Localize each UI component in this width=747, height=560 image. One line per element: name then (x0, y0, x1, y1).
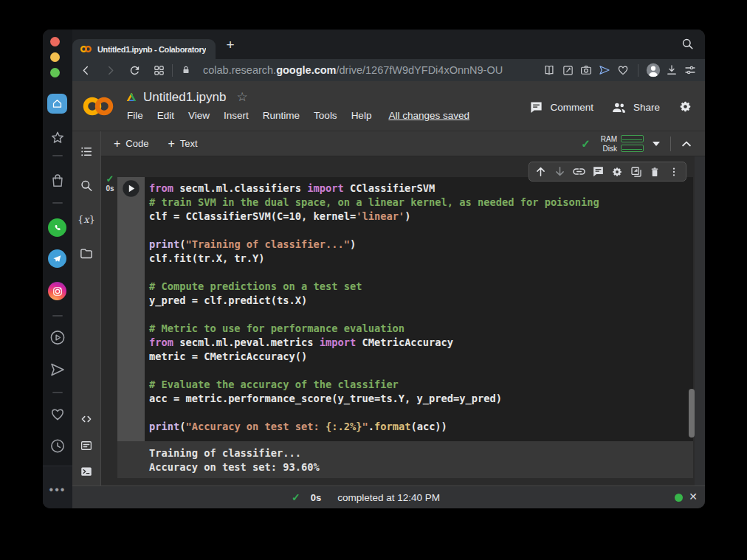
open-in-tab-icon (630, 165, 643, 179)
table-of-contents-button[interactable] (80, 145, 94, 162)
sidebar-whatsapp-button[interactable] (48, 218, 66, 237)
close-window-button[interactable] (50, 37, 60, 46)
variables-icon: {x} (78, 212, 95, 226)
close-status-button[interactable]: ✕ (686, 491, 700, 502)
shopping-bag-icon (49, 173, 66, 189)
add-text-button[interactable]: +Text (168, 137, 197, 151)
move-cell-up-button[interactable] (534, 165, 548, 179)
play-circle-icon (49, 329, 66, 346)
menu-insert[interactable]: Insert (224, 110, 249, 121)
colab-logo (82, 95, 114, 117)
apps-grid-button[interactable] (150, 61, 168, 79)
menu-tools[interactable]: Tools (314, 110, 337, 121)
sidebar-likes-button[interactable] (49, 406, 66, 426)
edit-page-button[interactable] (560, 61, 576, 79)
sidebar-send-button[interactable] (49, 361, 66, 381)
heart-icon (49, 406, 66, 423)
home-icon (52, 98, 63, 109)
move-cell-down-button[interactable] (553, 165, 568, 179)
colab-left-panel: {x} (72, 131, 101, 485)
variables-button[interactable]: {x} (78, 212, 95, 229)
reload-button[interactable] (125, 61, 143, 79)
screenshot-button[interactable] (578, 61, 594, 79)
save-status[interactable]: All changes saved (388, 110, 469, 121)
notebook-title[interactable]: Untitled1.ipynb (143, 90, 226, 105)
grid-icon (153, 64, 165, 77)
back-button[interactable] (77, 61, 94, 79)
new-tab-button[interactable]: + (220, 35, 241, 55)
disk-meter (621, 145, 644, 152)
comment-button[interactable]: Comment (529, 100, 593, 114)
code-line: acc = metric.performance_score(y_true=ts… (149, 392, 693, 406)
add-code-button[interactable]: +Code (114, 137, 148, 151)
reading-list-button[interactable] (541, 61, 557, 79)
code-line (149, 364, 693, 378)
run-cell-button[interactable] (122, 179, 140, 198)
arrow-up-icon (534, 165, 547, 178)
resources-dropdown-caret[interactable] (653, 142, 660, 146)
add-comment-button[interactable] (591, 165, 605, 179)
sidebar-history-button[interactable] (49, 438, 66, 457)
cell-more-button[interactable] (667, 165, 681, 179)
notebook-scrollbar[interactable] (689, 389, 695, 438)
tab-search-button[interactable] (681, 37, 695, 54)
tab-bar: Untitled1.ipynb - Colaboratory + (72, 30, 705, 59)
sidebar-home-button[interactable] (47, 94, 67, 114)
menu-view[interactable]: View (188, 110, 210, 121)
copy-link-to-cell-button[interactable] (571, 165, 586, 179)
open-in-tab-button[interactable] (629, 165, 644, 179)
sidebar-media-button[interactable] (49, 329, 66, 349)
code-editor[interactable]: from secml.ml.classifiers import CClassi… (145, 177, 693, 441)
book-icon (543, 63, 556, 77)
find-replace-button[interactable] (80, 179, 94, 196)
command-palette-icon (80, 439, 93, 452)
command-palette-button[interactable] (80, 439, 93, 455)
share-page-button[interactable] (596, 61, 613, 79)
settings-button[interactable] (678, 99, 693, 117)
notebook-scrollbar-track (695, 156, 705, 485)
files-button[interactable] (80, 246, 94, 263)
code-snippets-button[interactable] (80, 412, 93, 429)
status-message: completed at 12:40 PM (337, 492, 440, 503)
address-divider (638, 64, 638, 77)
address-bar: colab.research.google.com/drive/1267fW9d… (72, 59, 705, 81)
favorite-button[interactable] (615, 61, 631, 79)
forward-button[interactable] (101, 61, 119, 79)
browser-window: ••• Untitled1.ipynb - Colaboratory + (43, 30, 705, 508)
colab-header: Untitled1.ipynb ☆ FileEditViewInsertRunt… (72, 81, 705, 131)
collapse-header-button[interactable] (680, 137, 693, 151)
profile-button[interactable] (645, 61, 661, 79)
menu-runtime[interactable]: Runtime (263, 110, 300, 121)
terminal-icon (80, 465, 93, 478)
sidebar-instagram-button[interactable] (48, 282, 66, 300)
terminal-button[interactable] (80, 465, 93, 481)
sidebar-divider (52, 202, 63, 204)
url-text[interactable]: colab.research.google.com/drive/1267fW9d… (203, 64, 503, 76)
sidebar-more-button[interactable]: ••• (43, 483, 72, 497)
code-line: from secml.ml.classifiers import CClassi… (149, 182, 693, 196)
share-button[interactable]: Share (611, 100, 660, 115)
star-notebook-button[interactable]: ☆ (236, 89, 247, 105)
code-line: metric = CMetricAccuracy() (149, 350, 693, 364)
downloads-button[interactable] (664, 61, 680, 79)
sidebar-shopping-button[interactable] (49, 173, 66, 192)
code-cell: from secml.ml.classifiers import CClassi… (117, 177, 693, 441)
menu-edit[interactable]: Edit (157, 110, 174, 121)
browser-tab[interactable]: Untitled1.ipynb - Colaboratory (72, 39, 216, 59)
svg-text:{x}: {x} (78, 214, 95, 225)
site-security-button[interactable] (177, 61, 195, 79)
menu-file[interactable]: File (127, 110, 143, 121)
sidebar-telegram-button[interactable] (48, 249, 66, 268)
menu-help[interactable]: Help (351, 110, 372, 121)
cell-settings-button[interactable] (610, 165, 624, 179)
resources-button[interactable]: RAMDisk (601, 135, 644, 153)
zoom-window-button[interactable] (50, 68, 60, 77)
browser-settings-button[interactable] (682, 61, 698, 79)
browser-sidebar: ••• (43, 30, 72, 508)
minimize-window-button[interactable] (50, 52, 60, 62)
delete-cell-button[interactable] (647, 165, 662, 179)
code-line: clf = CClassifierSVM(C=10, kernel='linea… (149, 210, 693, 224)
tune-icon (684, 63, 697, 77)
sidebar-favorites-button[interactable] (49, 130, 66, 149)
instagram-icon (52, 286, 63, 297)
